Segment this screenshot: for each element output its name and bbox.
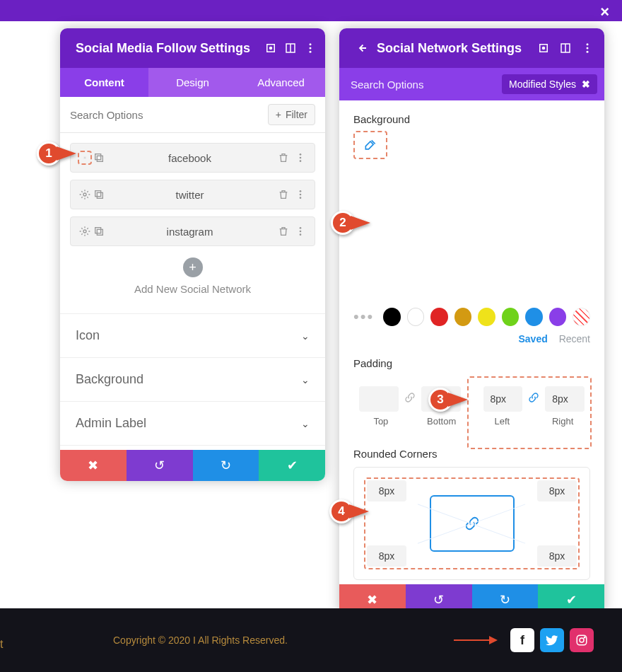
corners-link-toggle[interactable] (430, 495, 515, 552)
search-bar: Search Options Modified Styles ✖ (339, 68, 604, 100)
close-icon[interactable]: × (600, 3, 609, 21)
tab-advanced[interactable]: Advanced (237, 68, 325, 97)
padding-right-input[interactable]: 8px (545, 386, 585, 412)
expand-icon[interactable] (536, 40, 551, 56)
tabs: Content Design Advanced (60, 68, 325, 97)
modified-styles-pill[interactable]: Modified Styles ✖ (502, 74, 597, 94)
swatch-red[interactable] (430, 308, 448, 326)
padding-top-input[interactable] (359, 386, 399, 412)
tab-content[interactable]: Content (60, 68, 148, 97)
svg-point-11 (300, 157, 302, 159)
cropped-text: t (0, 638, 3, 651)
accordion-background[interactable]: Background ⌄ (60, 358, 325, 402)
padding-bottom-label: Bottom (420, 416, 464, 427)
trash-icon[interactable] (276, 187, 291, 202)
add-network: + Add New Social Network (70, 253, 315, 303)
social-network-settings-panel: Social Network Settings Search Options M… (339, 28, 604, 615)
svg-point-4 (310, 43, 312, 45)
padding-left-input[interactable]: 8px (483, 386, 523, 412)
svg-point-26 (542, 47, 544, 50)
link-icon[interactable] (401, 392, 418, 406)
filter-button[interactable]: + Filter (268, 104, 315, 125)
svg-point-23 (300, 231, 302, 233)
gear-icon[interactable] (78, 224, 92, 238)
swatch-green[interactable] (502, 308, 520, 326)
duplicate-icon[interactable] (92, 224, 106, 238)
corner-bottom-right-input[interactable]: 8px (537, 545, 577, 567)
search-bar: + Filter (60, 97, 325, 133)
search-placeholder[interactable]: Search Options (351, 79, 495, 91)
accordion-admin-label[interactable]: Admin Label ⌄ (60, 402, 325, 446)
network-row[interactable]: facebook (70, 143, 315, 173)
pill-label: Modified Styles (509, 79, 576, 90)
snap-icon[interactable] (558, 40, 573, 56)
accordion-list: Icon ⌄ Background ⌄ Admin Label ⌄ (60, 313, 325, 446)
swatch-white[interactable] (407, 308, 425, 326)
back-icon[interactable] (355, 40, 370, 56)
duplicate-icon[interactable] (92, 187, 106, 202)
svg-point-16 (300, 190, 302, 192)
top-bar: × (0, 0, 622, 21)
confirm-button[interactable]: ✔ (259, 450, 325, 481)
social-icons: f (454, 628, 594, 652)
expand-icon[interactable] (264, 40, 277, 56)
svg-rect-8 (97, 156, 102, 161)
cancel-button[interactable]: ✖ (60, 450, 127, 481)
kebab-icon[interactable] (293, 224, 307, 238)
tab-design[interactable]: Design (148, 68, 237, 97)
trash-icon[interactable] (276, 151, 291, 165)
kebab-icon[interactable] (580, 40, 594, 56)
swatch-yellow[interactable] (478, 308, 495, 326)
swatch-blue[interactable] (525, 308, 543, 326)
callout-1: 1 (37, 141, 76, 166)
link-icon[interactable] (525, 392, 542, 406)
kebab-icon[interactable] (293, 151, 307, 165)
svg-point-30 (586, 47, 588, 50)
duplicate-icon[interactable] (92, 151, 106, 165)
swatch-black[interactable] (383, 308, 401, 326)
add-label: Add New Social Network (70, 283, 315, 295)
padding-left-label: Left (481, 416, 524, 427)
corner-bottom-left-input[interactable]: 8px (367, 545, 406, 567)
svg-point-6 (310, 51, 312, 53)
callout-2: 2 (331, 211, 370, 235)
swatch-transparent[interactable] (573, 308, 590, 326)
search-input[interactable] (70, 109, 261, 121)
recent-tab[interactable]: Recent (559, 333, 590, 344)
more-icon[interactable]: ••• (353, 308, 374, 326)
snap-icon[interactable] (284, 40, 297, 56)
accordion-icon[interactable]: Icon ⌄ (60, 314, 325, 358)
svg-point-33 (580, 638, 584, 642)
corner-top-right-input[interactable]: 8px (537, 480, 577, 502)
padding-label: Padding (353, 357, 590, 369)
facebook-button[interactable]: f (510, 628, 534, 652)
gear-icon[interactable] (78, 151, 92, 165)
saved-tab[interactable]: Saved (519, 333, 548, 344)
network-row[interactable]: twitter (70, 180, 315, 209)
corner-top-left-input[interactable]: 8px (367, 480, 406, 502)
swatch-purple[interactable] (549, 308, 567, 326)
svg-rect-15 (95, 191, 101, 197)
background-color-button[interactable] (353, 131, 387, 159)
undo-button[interactable]: ↺ (127, 450, 193, 481)
panel-title: Social Network Settings (377, 41, 522, 56)
trash-icon[interactable] (276, 224, 291, 238)
redo-button[interactable]: ↻ (193, 450, 259, 481)
add-button[interactable]: + (183, 257, 203, 277)
arrow-annotation (454, 639, 496, 641)
network-row[interactable]: instagram (70, 216, 315, 246)
svg-rect-20 (97, 229, 102, 235)
instagram-button[interactable] (570, 628, 594, 652)
svg-point-17 (300, 194, 302, 196)
kebab-icon[interactable] (293, 187, 307, 202)
svg-point-19 (83, 230, 86, 233)
gear-icon[interactable] (78, 187, 92, 202)
twitter-button[interactable] (540, 628, 564, 652)
pill-close-icon[interactable]: ✖ (582, 79, 590, 90)
svg-point-24 (300, 233, 302, 236)
panel-header: Social Media Follow Settings (60, 28, 325, 68)
swatch-orange[interactable] (454, 308, 472, 326)
kebab-icon[interactable] (304, 40, 317, 56)
padding-grid: 8px 8px (359, 386, 585, 412)
panel-footer-buttons: ✖ ↺ ↻ ✔ (60, 450, 325, 481)
